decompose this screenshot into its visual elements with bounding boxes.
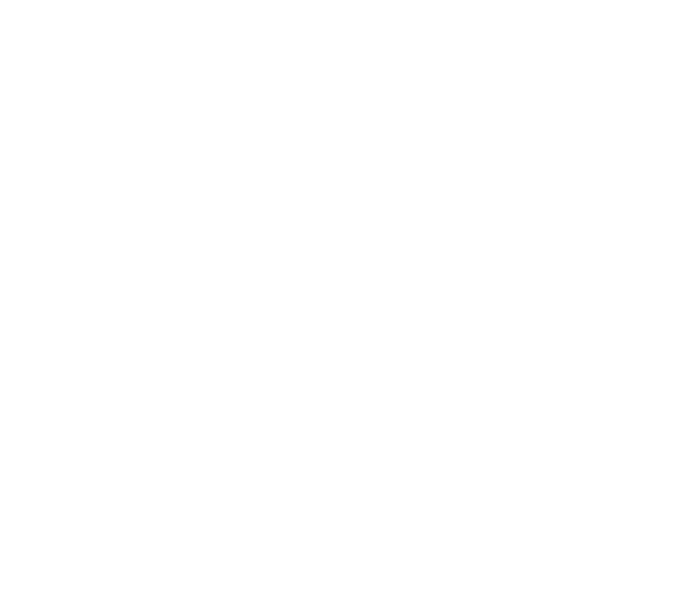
network-graph	[0, 0, 677, 616]
